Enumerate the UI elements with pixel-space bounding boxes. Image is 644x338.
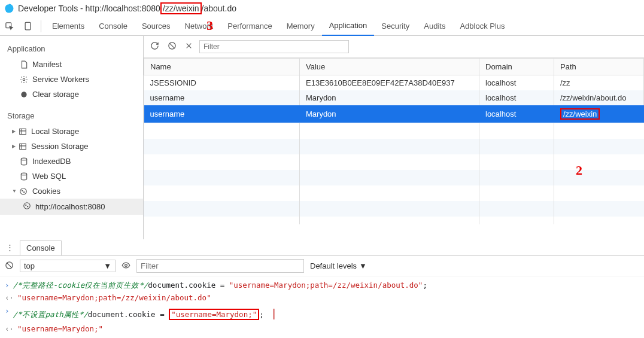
cell-path: /zz xyxy=(554,75,644,91)
separator xyxy=(41,20,41,32)
tab-performance[interactable]: Performance xyxy=(220,17,279,35)
cell-domain: localhost xyxy=(479,105,554,123)
tab-network[interactable]: Network xyxy=(178,17,221,35)
tab-console[interactable]: Console xyxy=(92,17,135,35)
col-name[interactable]: Name xyxy=(144,59,300,75)
context-label: top xyxy=(24,261,35,270)
code-string: "username=Marydon;path=/zz/weixin/about.… xyxy=(229,281,423,290)
sidebar-heading-storage: Storage xyxy=(0,108,143,124)
cell-name: username xyxy=(144,105,300,123)
sidebar-item-local-storage[interactable]: Local Storage xyxy=(0,124,143,139)
tab-audits[interactable]: Audits xyxy=(417,17,452,35)
cell-value: E13E3610B0EE8E09EF42E7A38D40E937 xyxy=(300,75,479,91)
svg-point-12 xyxy=(24,203,31,209)
svg-point-7 xyxy=(21,158,26,160)
cell-value: Marydon xyxy=(300,105,479,123)
inspect-icon[interactable] xyxy=(0,18,19,34)
cell-value: Marydon xyxy=(300,90,479,105)
sidebar-item-cookie-host[interactable]: http://localhost:8080 xyxy=(0,199,143,215)
cell-name: username xyxy=(144,90,300,105)
filter-input[interactable] xyxy=(199,40,349,53)
sidebar-item-label: Web SQL xyxy=(32,172,66,181)
console-input-line: › /*不设置path属性*/document.cookie = "userna… xyxy=(5,304,639,323)
code-text: ; xyxy=(423,281,427,290)
console-body[interactable]: › /*完整路径-cookie仅在当前页生效*/document.cookie … xyxy=(0,276,644,337)
console-output-line: ‹· "username=Marydon;path=/zz/weixin/abo… xyxy=(5,291,639,304)
cell-path: /zz/weixin xyxy=(554,105,644,123)
chevron-down-icon: ▼ xyxy=(104,261,111,270)
sidebar-item-label: IndexedDB xyxy=(32,157,71,166)
svg-point-13 xyxy=(26,205,26,205)
console-input-line: › /*完整路径-cookie仅在当前页生效*/document.cookie … xyxy=(5,279,639,291)
chevron-out-icon: ‹· xyxy=(5,322,14,335)
drawer-tab-console[interactable]: Console xyxy=(20,240,62,255)
tab-application[interactable]: Application xyxy=(322,16,375,36)
col-path[interactable]: Path xyxy=(554,59,644,75)
sidebar-item-label: Clear storage xyxy=(32,90,79,99)
console-toolbar: top ▼ Default levels ▼ xyxy=(0,256,644,276)
title-text-prefix: Developer Tools - http://localhost:8080 xyxy=(18,4,160,13)
tab-adblock[interactable]: Adblock Plus xyxy=(452,17,512,35)
sidebar-item-cookies[interactable]: Cookies xyxy=(0,184,143,199)
cookie-icon xyxy=(19,187,28,196)
sidebar-item-label: http://localhost:8080 xyxy=(35,202,105,211)
title-bar: Developer Tools - http://localhost:8080 … xyxy=(0,0,644,17)
gear-icon xyxy=(19,75,28,84)
chevron-down-icon: ▼ xyxy=(359,261,367,270)
sidebar-item-label: Local Storage xyxy=(31,127,79,136)
main-area: Application Manifest Service Workers Cle… xyxy=(0,36,644,239)
sidebar-heading-application: Application xyxy=(0,41,143,57)
sidebar-item-websql[interactable]: Web SQL xyxy=(0,169,143,184)
database-icon xyxy=(19,172,28,181)
svg-point-3 xyxy=(23,78,25,81)
sidebar-item-indexeddb[interactable]: IndexedDB xyxy=(0,154,143,169)
svg-point-14 xyxy=(28,206,28,207)
code-text: document.cookie = xyxy=(148,281,229,290)
table-empty-area xyxy=(144,123,644,224)
svg-rect-2 xyxy=(25,22,31,30)
svg-point-17 xyxy=(125,264,127,266)
cell-name: JSESSIONID xyxy=(144,75,300,91)
app-icon xyxy=(4,3,14,14)
block-icon[interactable] xyxy=(5,261,14,272)
block-icon[interactable] xyxy=(166,39,178,54)
console-filter-input[interactable] xyxy=(136,259,304,273)
tab-sources[interactable]: Sources xyxy=(135,17,178,35)
drawer-menu-icon[interactable]: ⋮ xyxy=(4,243,16,252)
tab-memory[interactable]: Memory xyxy=(280,17,322,35)
title-url-boxed: /zz/weixin xyxy=(160,2,202,14)
refresh-icon[interactable] xyxy=(148,39,161,54)
table-row[interactable]: JSESSIONID E13E3610B0EE8E09EF42E7A38D40E… xyxy=(144,75,644,91)
tab-security[interactable]: Security xyxy=(374,17,417,35)
code-text: ; xyxy=(259,310,264,319)
sidebar-item-session-storage[interactable]: Session Storage xyxy=(0,139,143,154)
close-icon[interactable] xyxy=(183,40,195,53)
sidebar-item-service-workers[interactable]: Service Workers xyxy=(0,72,143,87)
sidebar-item-label: Manifest xyxy=(32,60,62,69)
table-icon xyxy=(18,142,27,151)
svg-point-8 xyxy=(21,173,26,175)
console-output-line: ‹· "username=Marydon;" xyxy=(5,322,639,335)
levels-label: Default levels xyxy=(310,261,357,270)
sidebar-item-label: Cookies xyxy=(32,187,60,196)
sidebar: Application Manifest Service Workers Cle… xyxy=(0,36,144,239)
sidebar-item-clear-storage[interactable]: Clear storage xyxy=(0,87,143,102)
cell-domain: localhost xyxy=(479,75,554,91)
context-selector[interactable]: top ▼ xyxy=(20,260,116,272)
cookies-table: Name Value Domain Path JSESSIONID E13E36… xyxy=(144,58,644,123)
title-url-rest: /about.do xyxy=(202,4,236,13)
log-levels[interactable]: Default levels ▼ xyxy=(310,261,367,270)
chevron-in-icon: › xyxy=(5,304,10,317)
main-tabs: Elements Console Sources Network Perform… xyxy=(0,17,644,36)
device-icon[interactable] xyxy=(19,18,37,34)
clear-icon xyxy=(19,90,28,99)
col-value[interactable]: Value xyxy=(300,59,479,75)
file-icon xyxy=(19,60,28,69)
cell-path: /zz/weixin/about.do xyxy=(554,90,644,105)
table-row[interactable]: username Marydon localhost /zz/weixin xyxy=(144,105,644,123)
eye-icon[interactable] xyxy=(121,261,130,272)
tab-elements[interactable]: Elements xyxy=(45,17,92,35)
col-domain[interactable]: Domain xyxy=(479,59,554,75)
sidebar-item-manifest[interactable]: Manifest xyxy=(0,57,143,72)
table-row[interactable]: username Marydon localhost /zz/weixin/ab… xyxy=(144,90,644,105)
